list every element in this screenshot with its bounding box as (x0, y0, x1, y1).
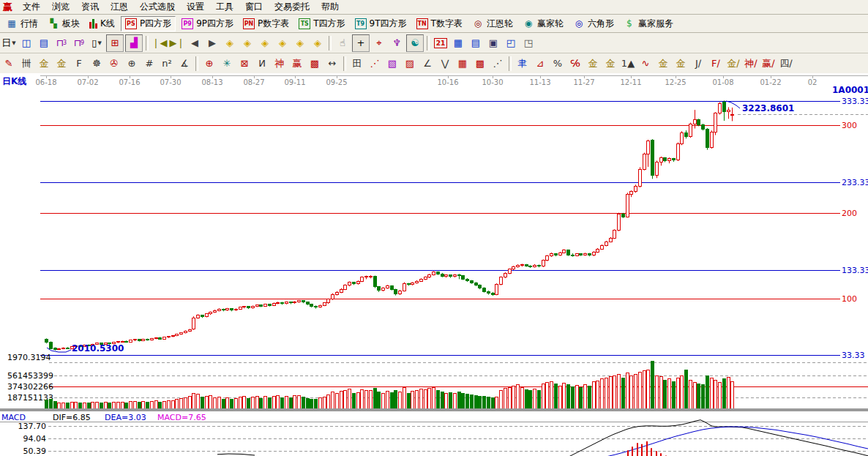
i-marker-button[interactable]: И (254, 56, 270, 72)
si-angle-button[interactable]: 四∕ (778, 56, 794, 72)
gold-grid-2-button[interactable]: 金 (53, 56, 70, 72)
tab-quotes[interactable]: ▦行情 (2, 17, 42, 31)
percent-button[interactable]: % (550, 56, 566, 72)
tab-p-digit-table[interactable]: PNP数字表 (239, 17, 293, 31)
angle-measure-icon: ∡ (180, 58, 189, 69)
n-squared-button[interactable]: n² (159, 56, 175, 72)
period-daily-button[interactable]: 日▼ (1, 35, 17, 51)
gold-angle-button[interactable]: 金∕ (725, 56, 741, 72)
compass-target-button[interactable]: ⊕ (201, 56, 217, 72)
percent-lines-button[interactable]: ℅ (567, 56, 583, 72)
smart-tool-button[interactable]: ☯ (406, 34, 424, 52)
red-grid-box-button[interactable]: ▩ (472, 56, 488, 72)
menu-item-8[interactable]: 交易委托 (269, 0, 315, 14)
diagonal-lines-button[interactable]: ⋰ (490, 56, 506, 72)
box-tool-button[interactable]: 田 (349, 56, 365, 72)
menu-item-0[interactable]: 文件 (17, 0, 46, 14)
wave-tool-button[interactable]: ∿ (637, 56, 654, 72)
circle-divider-button[interactable]: ⊕ (124, 56, 140, 72)
diamond-left-button[interactable]: ◈ (222, 35, 238, 51)
grid-x-button[interactable]: ⊠ (236, 56, 252, 72)
chart-export-button[interactable]: ◰ (503, 35, 519, 51)
menu-item-2[interactable]: 资讯 (75, 0, 105, 14)
diamond-zoom-in-button[interactable]: ◈ (292, 35, 308, 51)
menu-item-4[interactable]: 公式选股 (134, 0, 181, 14)
tab-p-square[interactable]: PSP四方形 (121, 16, 176, 31)
menu-item-9[interactable]: 帮助 (315, 0, 345, 14)
bars-9-button[interactable]: ⊓9 (71, 35, 87, 51)
spiral-button[interactable]: ☸ (89, 56, 105, 72)
gold-circle-button[interactable]: 金 (585, 56, 601, 72)
window-layout-button[interactable]: ◫ (18, 35, 34, 51)
chart-area[interactable]: 06-1807-0207-1607-3008-1308-2709-1109-25… (0, 73, 868, 456)
last-bar-button[interactable]: ▶❘ (169, 35, 185, 51)
candle-type-button[interactable]: ▯▼ (89, 35, 105, 51)
tab-kline[interactable]: K线 (86, 17, 119, 31)
gann-mark-tool-button[interactable]: ♆ (389, 35, 405, 51)
remote-pc-button[interactable]: ◳ (520, 35, 536, 51)
draw-pencil-button[interactable]: ✎ (1, 56, 17, 72)
f-grid-button[interactable]: F (71, 56, 87, 72)
compass-star-button[interactable]: ✳ (219, 56, 235, 72)
calculator-button[interactable]: ▦ (450, 35, 466, 51)
tape-tool-button[interactable]: ✇ (106, 56, 122, 72)
fan-box-purple-button[interactable]: ▧ (384, 56, 400, 72)
next-bar-button[interactable]: ▶ (204, 35, 220, 51)
ying-angle-button[interactable]: 赢∕ (760, 56, 777, 72)
diamond-expand-button[interactable]: ◈ (257, 35, 273, 51)
pin-tool-button[interactable]: ⌖ (371, 35, 387, 51)
first-bar-button[interactable]: ❘◀ (151, 35, 168, 51)
angle-lines-button[interactable]: ∠ (419, 56, 435, 72)
tab-hexagon[interactable]: ◎六角形 (569, 17, 618, 31)
gold-lines-button[interactable]: 金 (602, 56, 618, 72)
prev-bar-button[interactable]: ◀ (187, 35, 203, 51)
gold-underline-button[interactable]: 金 (655, 56, 671, 72)
tab-t-square[interactable]: TST四方形 (295, 17, 348, 31)
tab-sectors[interactable]: ▚板块 (44, 17, 83, 31)
menu-item-7[interactable]: 窗口 (239, 0, 269, 14)
red-grid-button[interactable]: ▦ (454, 56, 471, 72)
flag-one-button[interactable]: 1▲ (620, 56, 636, 72)
angle-percent-button[interactable]: ⊿ (532, 56, 548, 72)
fan-lines-button[interactable]: ⋰ (367, 56, 383, 72)
menu-item-6[interactable]: 工具 (210, 0, 239, 14)
grid-123-button[interactable]: ▩ (307, 56, 323, 72)
shen-tool-button[interactable]: 神 (272, 56, 288, 72)
diamond-compress-button[interactable]: ◈ (274, 35, 291, 51)
yu-lines-button[interactable]: 聿 (515, 56, 531, 72)
diamond-zoom-out-button[interactable]: ◈ (310, 35, 326, 51)
gold-underline-2-button[interactable]: 金 (673, 56, 689, 72)
fan-box-red-button[interactable]: ▨ (402, 56, 418, 72)
save-button[interactable]: ▣ (485, 35, 501, 51)
hand-tool-button[interactable]: ☝ (334, 35, 351, 51)
span-arrows-button[interactable]: ↔ (324, 56, 340, 72)
pin-tool-icon: ⌖ (376, 37, 381, 49)
gold-grid-button[interactable]: 金 (36, 56, 52, 72)
tab-t-digit-table[interactable]: TNT数字表 (413, 17, 466, 31)
shen-angle-button[interactable]: 神∕ (743, 56, 759, 72)
crosshair-tool-button[interactable]: + (352, 34, 370, 52)
small-comb-button[interactable]: # (141, 56, 157, 72)
t-digit-table-icon: TN (416, 18, 428, 29)
calendar-button[interactable]: 21 (433, 35, 449, 51)
tab-winner-wheel[interactable]: ◉赢家轮 (519, 17, 567, 31)
notes-button[interactable]: ▤ (468, 35, 484, 51)
diamond-right-button[interactable]: ◈ (239, 35, 255, 51)
menu-item-1[interactable]: 浏览 (46, 0, 75, 14)
tab-9p-square[interactable]: P99P四方形 (178, 17, 237, 31)
tab-winner-service[interactable]: $赢家服务 (620, 17, 677, 31)
menu-item-3[interactable]: 江恩 (105, 0, 134, 14)
pattern-window-button[interactable]: ⊞ (106, 34, 124, 52)
tab-gann-wheel[interactable]: ◎江恩轮 (468, 17, 517, 31)
info-panel-button[interactable]: ▤ (36, 35, 52, 51)
color-histogram-button[interactable]: ▟ (125, 34, 143, 52)
menu-item-5[interactable]: 设置 (181, 0, 210, 14)
f-angle-button[interactable]: F∕ (708, 56, 724, 72)
ruler-comb-button[interactable]: 卌 (18, 56, 34, 72)
j-angle-button[interactable]: J∕ (690, 56, 706, 72)
v-pattern-button[interactable]: ⋁ (437, 56, 453, 72)
tab-9t-square[interactable]: T99T四方形 (351, 17, 411, 31)
ying-tool-button[interactable]: 赢 (289, 56, 305, 72)
angle-measure-button[interactable]: ∡ (176, 56, 192, 72)
bars-3-button[interactable]: ⊓3 (53, 35, 70, 51)
